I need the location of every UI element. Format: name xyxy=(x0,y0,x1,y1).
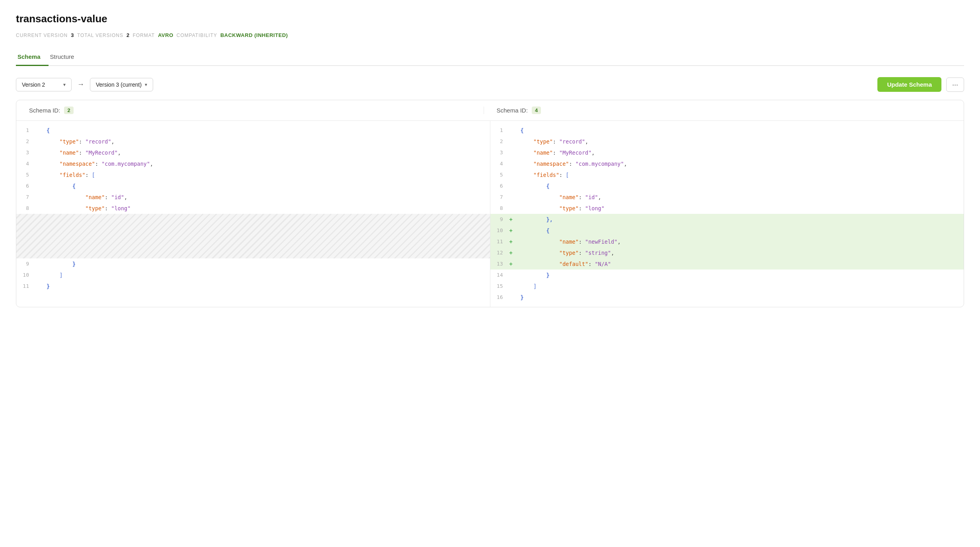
diff-body: 1 { 2 "type": "record", 3 "name": "MyRec… xyxy=(16,121,964,307)
toolbar: Version 2 ▾ → Version 3 (current) ▾ Upda… xyxy=(16,77,964,92)
table-row: 9 + }, xyxy=(490,214,964,225)
format-value: Avro xyxy=(158,32,173,38)
diff-hatch-left xyxy=(16,214,490,258)
table-row: 5 "fields": [ xyxy=(490,169,964,180)
table-row: 9 } xyxy=(16,258,490,270)
version-left-label: Version 2 xyxy=(22,81,45,88)
table-row: 10 + { xyxy=(490,225,964,236)
table-row: 1 { xyxy=(16,125,490,136)
table-row: 4 "namespace": "com.mycompany", xyxy=(490,158,964,169)
compatibility-label: COMPATIBILITY xyxy=(177,33,217,38)
left-schema-id-value: 2 xyxy=(64,107,73,114)
table-row: 5 "fields": [ xyxy=(16,169,490,180)
tab-structure[interactable]: Structure xyxy=(49,49,82,66)
table-row: 11 } xyxy=(16,281,490,292)
table-row: 16 } xyxy=(490,292,964,303)
table-row: 11 + "name": "newField", xyxy=(490,236,964,247)
version-right-label: Version 3 (current) xyxy=(96,81,142,88)
table-row: 10 ] xyxy=(16,270,490,281)
table-row: 8 "type": "long" xyxy=(490,203,964,214)
table-row: 12 + "type": "string", xyxy=(490,247,964,258)
diff-panel-left: 1 { 2 "type": "record", 3 "name": "MyRec… xyxy=(16,121,490,307)
current-version-label: CURRENT VERSION xyxy=(16,33,68,38)
left-schema-id-label: Schema ID: xyxy=(29,107,60,114)
diff-header-left: Schema ID: 2 xyxy=(29,107,484,114)
total-versions-label: TOTAL VERSIONS xyxy=(77,33,123,38)
meta-bar: CURRENT VERSION 3 TOTAL VERSIONS 2 FORMA… xyxy=(16,32,964,38)
table-row: 6 { xyxy=(16,180,490,192)
diff-container: Schema ID: 2 Schema ID: 4 1 { 2 "type": … xyxy=(16,100,964,307)
tab-schema[interactable]: Schema xyxy=(16,49,49,66)
toolbar-left: Version 2 ▾ → Version 3 (current) ▾ xyxy=(16,78,153,91)
chevron-down-icon: ▾ xyxy=(63,82,66,87)
table-row: 13 + "default": "N/A" xyxy=(490,258,964,270)
table-row: 3 "name": "MyRecord", xyxy=(490,147,964,158)
total-versions-value: 2 xyxy=(126,32,130,38)
diff-header: Schema ID: 2 Schema ID: 4 xyxy=(16,100,964,121)
table-row: 4 "namespace": "com.mycompany", xyxy=(16,158,490,169)
toolbar-right: Update Schema ··· xyxy=(877,77,964,92)
update-schema-button[interactable]: Update Schema xyxy=(877,77,941,92)
version-right-select[interactable]: Version 3 (current) ▾ xyxy=(90,78,153,91)
table-row: 2 "type": "record", xyxy=(16,136,490,147)
table-row: 2 "type": "record", xyxy=(490,136,964,147)
table-row: 8 "type": "long" xyxy=(16,203,490,214)
page-title: transactions-value xyxy=(16,13,964,25)
diff-header-right: Schema ID: 4 xyxy=(484,107,951,114)
table-row: 6 { xyxy=(490,180,964,192)
table-row: 1 { xyxy=(490,125,964,136)
table-row: 7 "name": "id", xyxy=(490,192,964,203)
table-row: 15 ] xyxy=(490,281,964,292)
table-row: 7 "name": "id", xyxy=(16,192,490,203)
right-schema-id-value: 4 xyxy=(532,107,541,114)
diff-panel-right: 1 { 2 "type": "record", 3 "name": "MyRec… xyxy=(490,121,964,307)
version-left-select[interactable]: Version 2 ▾ xyxy=(16,78,72,91)
arrow-icon: → xyxy=(77,80,84,89)
table-row: 3 "name": "MyRecord", xyxy=(16,147,490,158)
format-label: FORMAT xyxy=(133,33,155,38)
current-version-value: 3 xyxy=(71,32,74,38)
more-options-button[interactable]: ··· xyxy=(946,78,964,92)
chevron-down-icon-right: ▾ xyxy=(145,82,147,87)
table-row: 14 } xyxy=(490,270,964,281)
compatibility-value: Backward (inherited) xyxy=(220,32,288,38)
right-schema-id-label: Schema ID: xyxy=(497,107,528,114)
tabs: Schema Structure xyxy=(16,49,964,66)
